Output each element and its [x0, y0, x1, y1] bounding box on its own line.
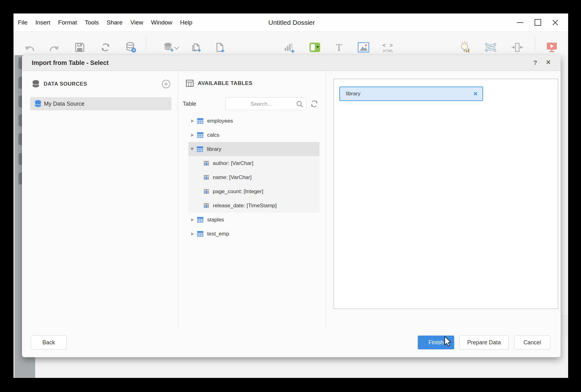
database-status-icon	[125, 41, 137, 54]
menu-view[interactable]: View	[130, 19, 143, 26]
menu-tools[interactable]: Tools	[85, 19, 99, 26]
refresh-tables-button[interactable]	[309, 99, 319, 110]
dialog-header: Import from Table - Select ? ✕	[22, 55, 561, 71]
caret-right-icon[interactable]	[191, 134, 194, 137]
table-name: employees	[207, 118, 233, 124]
add-data-source-button[interactable]	[162, 80, 170, 90]
minimize-button[interactable]	[516, 19, 524, 27]
image-icon	[358, 42, 369, 53]
back-button[interactable]: Back	[31, 336, 67, 349]
column-row[interactable]: page_count: [Integer]	[188, 184, 320, 199]
add-visualization-button[interactable]: +	[281, 40, 296, 55]
menu-insert[interactable]: Insert	[35, 19, 51, 26]
table-grid-icon	[186, 80, 194, 87]
close-icon	[552, 19, 559, 26]
free-form-layout-button[interactable]	[483, 40, 498, 55]
caret-right-icon[interactable]	[191, 218, 194, 221]
toolbar-separator	[535, 36, 535, 51]
svg-text:+: +	[170, 47, 174, 54]
table-row-calcs[interactable]: calcs	[188, 128, 320, 142]
table-icon	[197, 217, 204, 223]
add-image-button[interactable]	[356, 40, 371, 55]
window-controls	[516, 13, 559, 31]
toolbar-separator	[146, 36, 146, 51]
data-source-item[interactable]: My Data Source	[30, 97, 171, 110]
search-input[interactable]	[228, 98, 295, 110]
data-sources-header: DATA SOURCES	[32, 80, 87, 88]
add-html-button[interactable]: < > HTML	[381, 40, 396, 55]
svg-text:+: +	[221, 47, 225, 54]
title-bar: FileInsertFormatToolsShareViewWindowHelp…	[13, 13, 568, 31]
new-page-button[interactable]: +	[189, 40, 204, 55]
refresh-icon	[100, 41, 111, 53]
column-row[interactable]: release_date: [TimeStamp]	[188, 199, 320, 213]
database-status-button[interactable]	[123, 40, 138, 55]
add-data-button[interactable]: +	[159, 40, 179, 55]
save-button[interactable]	[72, 40, 87, 55]
tables-tree: employeescalcslibraryauthor: [VarChar]na…	[188, 114, 320, 241]
table-icon	[197, 231, 204, 237]
caret-right-icon[interactable]	[191, 232, 194, 236]
free-form-layout-icon	[484, 42, 497, 53]
fit-contents-button[interactable]	[510, 40, 525, 55]
new-document-button[interactable]: +	[212, 40, 227, 55]
selected-table-chip[interactable]: library✕	[339, 87, 483, 101]
column-name: name: [VarChar]	[213, 174, 251, 181]
cancel-button[interactable]: Cancel	[514, 336, 550, 349]
maximize-button[interactable]	[534, 19, 542, 27]
svg-text:+: +	[291, 47, 295, 54]
column-icon	[203, 203, 209, 208]
menu-file[interactable]: File	[18, 19, 28, 26]
remove-chip-icon[interactable]: ✕	[473, 91, 478, 97]
search-icon[interactable]	[296, 100, 304, 108]
insights-button[interactable]	[456, 40, 471, 55]
table-row-staples[interactable]: staples	[188, 213, 320, 227]
data-source-label: My Data Source	[44, 101, 84, 107]
refresh-button[interactable]	[98, 40, 113, 55]
close-window-button[interactable]	[551, 19, 559, 27]
screen: FileInsertFormatToolsShareViewWindowHelp…	[0, 0, 581, 392]
undo-icon	[24, 41, 36, 54]
column-row[interactable]: author: [VarChar]	[188, 156, 320, 170]
new-page-icon: +	[190, 41, 202, 54]
column-name: author: [VarChar]	[213, 160, 253, 167]
minimize-icon	[517, 22, 523, 23]
refresh-icon	[309, 99, 319, 109]
menu-window[interactable]: Window	[151, 19, 172, 26]
menu-share[interactable]: Share	[107, 19, 123, 26]
menu-help[interactable]: Help	[180, 19, 192, 26]
database-icon	[35, 100, 41, 108]
table-columns-group: author: [VarChar]name: [VarChar]page_cou…	[188, 156, 320, 213]
table-row-test_emp[interactable]: test_emp	[188, 227, 320, 241]
caret-down-icon[interactable]	[191, 148, 194, 151]
table-icon	[197, 118, 204, 124]
undo-button[interactable]	[22, 40, 37, 55]
available-tables-header: AVAILABLE TABLES	[186, 80, 252, 87]
redo-button[interactable]	[46, 40, 62, 55]
new-document-icon: +	[213, 41, 226, 54]
app-window: FileInsertFormatToolsShareViewWindowHelp…	[13, 13, 568, 378]
plus-circle-icon	[162, 80, 170, 88]
table-icon	[196, 146, 203, 152]
add-text-button[interactable]: T	[331, 40, 347, 55]
table-filter-label: Table	[183, 98, 196, 110]
table-row-library[interactable]: library	[188, 142, 320, 156]
toolbar: + + +	[13, 31, 568, 56]
window-title: Untitled Dossier	[268, 13, 315, 31]
column-icon	[203, 161, 209, 166]
menu-bar: FileInsertFormatToolsShareViewWindowHelp	[18, 13, 192, 31]
add-selector-button[interactable]	[307, 40, 322, 55]
prepare-data-button[interactable]: Prepare Data	[459, 336, 509, 349]
selected-tables-panel: library✕	[334, 79, 558, 309]
column-icon	[203, 189, 209, 194]
table-row-employees[interactable]: employees	[188, 114, 320, 128]
column-row[interactable]: name: [VarChar]	[188, 170, 320, 184]
caret-right-icon[interactable]	[191, 119, 194, 123]
help-button[interactable]: ?	[530, 55, 540, 71]
close-dialog-button[interactable]: ✕	[544, 55, 553, 70]
table-name: test_emp	[207, 231, 229, 237]
mouse-cursor	[444, 336, 455, 347]
menu-format[interactable]: Format	[58, 19, 77, 26]
present-button[interactable]	[544, 40, 559, 55]
svg-text:+: +	[197, 47, 201, 54]
